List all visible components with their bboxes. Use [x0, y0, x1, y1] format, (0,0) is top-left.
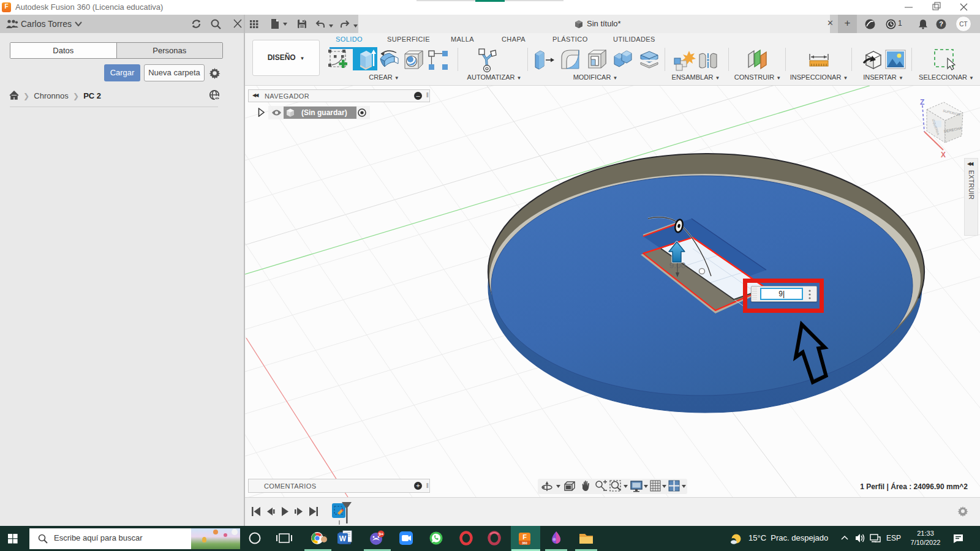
- svg-text:9+: 9+: [379, 532, 383, 536]
- svg-text:360: 360: [522, 541, 527, 545]
- svg-text:Z: Z: [920, 98, 924, 107]
- svg-text:F: F: [522, 533, 527, 541]
- svg-text:X: X: [941, 151, 946, 159]
- svg-text:W: W: [339, 534, 347, 543]
- svg-text:?: ?: [939, 20, 943, 28]
